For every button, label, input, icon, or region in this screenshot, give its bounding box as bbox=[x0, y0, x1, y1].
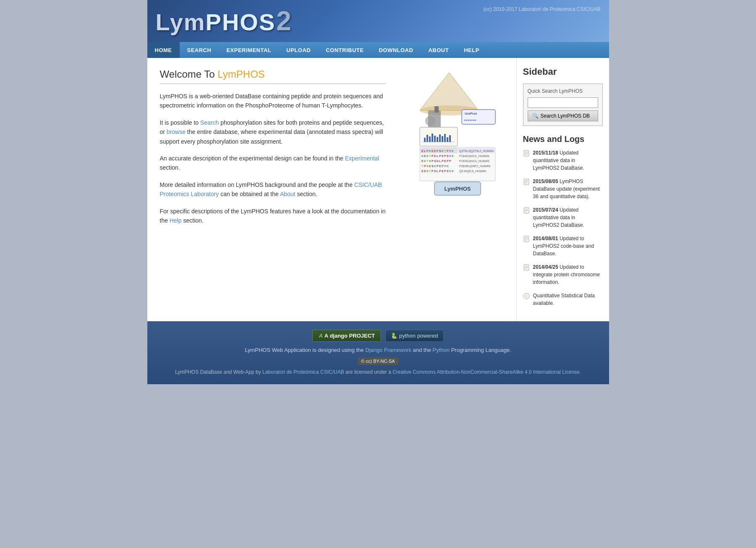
python-link[interactable]: Python bbox=[433, 347, 450, 353]
svg-text:P: P bbox=[424, 165, 426, 168]
nav-home[interactable]: HOME bbox=[147, 42, 180, 58]
footer-desc-mid: and the bbox=[411, 347, 433, 353]
news-item-4: 2014/04/25 Updated to integrate protein … bbox=[523, 263, 603, 286]
p2-suffix: the entire database, where experimental … bbox=[160, 128, 383, 144]
svg-text:E: E bbox=[444, 160, 446, 163]
svg-text:E: E bbox=[439, 165, 441, 168]
logo-area: LymPHOS2 bbox=[156, 5, 292, 37]
main-body: UniProt ●●●●●●● bbox=[147, 58, 609, 321]
svg-text:P2E08U|ZAF2_HUMAN: P2E08U|ZAF2_HUMAN bbox=[459, 165, 491, 168]
svg-text:P: P bbox=[439, 155, 441, 157]
p4-mid: can be obtained at the bbox=[219, 191, 280, 197]
svg-rect-10 bbox=[424, 138, 426, 142]
svg-text:S: S bbox=[434, 160, 436, 163]
svg-rect-14 bbox=[434, 136, 436, 142]
svg-text:T: T bbox=[429, 155, 431, 157]
news-item-1: 2015/08/05 LymPHOS DataBase update (expe… bbox=[523, 178, 603, 200]
cc-text: cc) BY-NC-SA bbox=[366, 359, 395, 364]
svg-text:K: K bbox=[429, 160, 431, 163]
nav-upload[interactable]: UPLOAD bbox=[279, 42, 318, 58]
cc-license-link[interactable]: Creative Commons Attribution-NonCommerci… bbox=[392, 369, 580, 375]
header: LymPHOS2 (cc) 2010-2017 Laboratori de Pr… bbox=[147, 0, 609, 42]
python-icon: 🐍 bbox=[391, 333, 398, 339]
nav-download[interactable]: DOWNLOAD bbox=[371, 42, 421, 58]
svg-rect-18 bbox=[444, 134, 446, 142]
svg-text:K: K bbox=[421, 155, 424, 157]
django-logo: A A django PROJECT bbox=[312, 330, 381, 342]
experimental-link[interactable]: Experimental bbox=[345, 155, 379, 162]
footer-license: LymPHOS DataBase and Web-App by Laborato… bbox=[156, 368, 601, 376]
welcome-prefix: Welcome To bbox=[160, 68, 218, 80]
svg-text:Q5.N/Q5.N_HUMAN: Q5.N/Q5.N_HUMAN bbox=[459, 170, 486, 173]
svg-text:K: K bbox=[452, 170, 454, 173]
news-icon-2 bbox=[523, 207, 530, 214]
svg-text:S: S bbox=[447, 170, 449, 173]
svg-text:L: L bbox=[437, 155, 439, 157]
about-link[interactable]: About bbox=[280, 191, 296, 197]
lab-link[interactable]: Laboratori de Proteòmica CSIC/UAB bbox=[262, 369, 344, 375]
search-link[interactable]: Search bbox=[200, 119, 219, 126]
svg-rect-13 bbox=[432, 134, 433, 142]
news-text-1: 2015/08/05 LymPHOS DataBase update (expe… bbox=[533, 178, 603, 200]
nav-help[interactable]: HELP bbox=[456, 42, 487, 58]
svg-text:L: L bbox=[437, 170, 439, 173]
nav-about[interactable]: ABOUT bbox=[421, 42, 456, 58]
main-content: UniProt ●●●●●●● bbox=[147, 58, 517, 321]
svg-text:T: T bbox=[426, 160, 429, 163]
p4-suffix: section. bbox=[296, 191, 317, 197]
quick-search-label: Quick Search LymPHOS bbox=[528, 88, 598, 94]
search-input[interactable] bbox=[528, 97, 598, 108]
svg-text:K: K bbox=[452, 149, 454, 152]
logo: LymPHOS2 bbox=[156, 5, 292, 37]
svg-text:V: V bbox=[449, 170, 451, 173]
footer-desc-prefix: LymPHOS Web Application is designed usin… bbox=[245, 347, 365, 353]
python-label: python powered bbox=[399, 333, 438, 339]
search-button[interactable]: 🔍 Search LymPHOS DB bbox=[528, 110, 598, 121]
svg-rect-20 bbox=[449, 135, 451, 142]
nav-search[interactable]: SEARCH bbox=[180, 42, 219, 58]
svg-text:P: P bbox=[447, 160, 449, 163]
navbar: HOME SEARCH EXPERIMENTAL UPLOAD CONTRIBU… bbox=[147, 42, 609, 58]
svg-text:i: i bbox=[526, 294, 527, 298]
license-suffix: . bbox=[580, 369, 581, 375]
content-wrapper: UniProt ●●●●●●● bbox=[147, 58, 609, 321]
news-text-5: Quantitative Statistical Data available. bbox=[533, 292, 603, 307]
news-text-0: 2015/11/18 Updated quantitative data in … bbox=[533, 149, 603, 172]
svg-rect-11 bbox=[426, 135, 428, 142]
footer: A A django PROJECT 🐍 python powered LymP… bbox=[147, 321, 609, 384]
svg-text:E: E bbox=[437, 160, 439, 163]
svg-rect-17 bbox=[442, 136, 443, 142]
p4-prefix: More detailed information on LymPHOS bac… bbox=[160, 181, 354, 188]
svg-text:V: V bbox=[449, 155, 451, 157]
svg-text:S: S bbox=[447, 155, 449, 157]
svg-text:E: E bbox=[421, 149, 424, 152]
svg-text:P: P bbox=[432, 155, 434, 157]
cc-icon: © bbox=[361, 359, 364, 364]
django-framework-link[interactable]: Django Framework bbox=[365, 347, 411, 353]
news-text-4: 2014/04/25 Updated to integrate protein … bbox=[533, 263, 603, 286]
logo-num: 2 bbox=[276, 6, 292, 36]
nav-experimental[interactable]: EXPERIMENTAL bbox=[219, 42, 279, 58]
p2-prefix: It is possible to bbox=[160, 119, 201, 126]
svg-text:E: E bbox=[421, 160, 424, 163]
django-label: A django PROJECT bbox=[324, 333, 375, 339]
svg-text:V: V bbox=[449, 149, 451, 152]
svg-text:L: L bbox=[439, 160, 441, 163]
svg-text:P: P bbox=[442, 165, 444, 168]
svg-text:L: L bbox=[424, 149, 426, 152]
svg-text:P: P bbox=[439, 170, 441, 173]
help-link[interactable]: Help bbox=[170, 217, 182, 224]
svg-rect-15 bbox=[437, 137, 438, 142]
svg-text:E: E bbox=[434, 155, 436, 157]
svg-rect-12 bbox=[429, 136, 431, 142]
browse-link[interactable]: browse bbox=[167, 128, 186, 135]
logo-phos: PHOS bbox=[206, 9, 276, 35]
image-area: UniProt ●●●●●●● bbox=[395, 68, 504, 199]
svg-text:S: S bbox=[432, 165, 434, 168]
nav-contribute[interactable]: CONTRIBUTE bbox=[318, 42, 371, 58]
svg-text:K: K bbox=[434, 165, 436, 168]
sidebar: Sidebar Quick Search LymPHOS 🔍 Search Ly… bbox=[517, 58, 609, 321]
svg-text:Q2T9L2|Q2T9L2_HUMAN: Q2T9L2|Q2T9L2_HUMAN bbox=[459, 149, 494, 153]
news-icon-0 bbox=[523, 150, 530, 157]
news-item-3: 2014/08/01 Updated to LymPHOS2 code-base… bbox=[523, 235, 603, 257]
